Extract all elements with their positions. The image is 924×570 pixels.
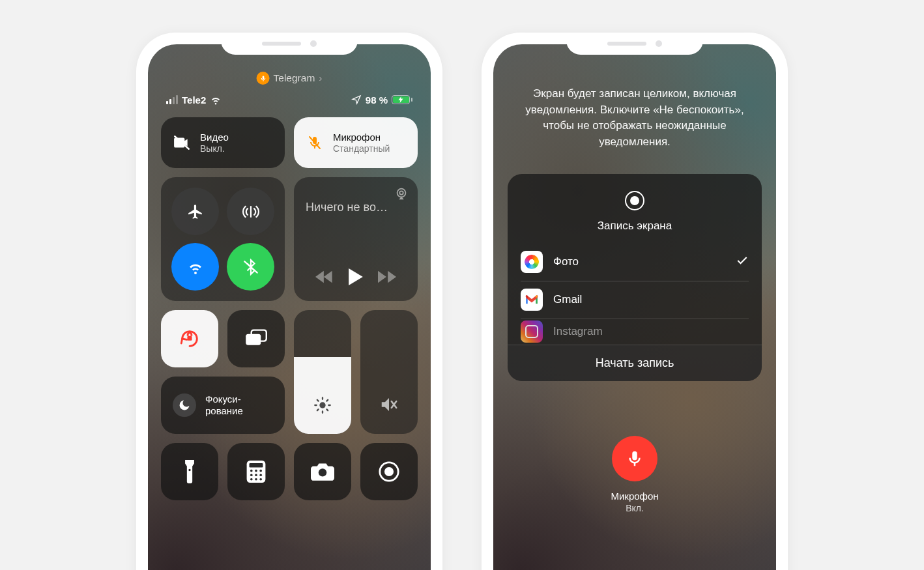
orientation-lock-button[interactable] <box>161 310 218 367</box>
screen-record-button[interactable] <box>360 443 418 500</box>
record-item-gmail[interactable]: Gmail <box>521 281 749 319</box>
screen-control-center: Telegram › Tele2 98 % <box>148 44 431 570</box>
airplane-mode-button[interactable] <box>171 188 219 235</box>
mic-toggle-label: Микрофон <box>493 491 776 502</box>
record-item-label: Instagram <box>553 325 749 338</box>
record-item-label: Фото <box>553 255 725 268</box>
screen-mirroring-button[interactable] <box>227 310 285 367</box>
video-tile[interactable]: Видео Выкл. <box>161 117 285 168</box>
mic-toggle-state: Вкл. <box>493 503 776 513</box>
video-title: Видео <box>200 132 229 143</box>
cellular-signal-icon <box>166 95 178 104</box>
svg-point-1 <box>399 191 403 195</box>
wifi-button[interactable] <box>171 243 219 291</box>
play-button[interactable] <box>348 268 364 288</box>
chevron-right-icon: › <box>319 72 322 84</box>
microphone-indicator-icon <box>257 72 270 85</box>
svg-point-17 <box>319 468 326 476</box>
svg-point-10 <box>259 470 262 472</box>
record-item-instagram[interactable]: Instagram <box>521 319 749 345</box>
airplay-icon[interactable] <box>394 186 409 203</box>
record-item-photos[interactable]: Фото <box>521 243 749 281</box>
app-using-mic-pill[interactable]: Telegram › <box>257 72 323 85</box>
instagram-app-icon <box>521 321 543 343</box>
brightness-icon <box>313 396 332 417</box>
microphone-tile[interactable]: Микрофон Стандартный <box>294 117 418 168</box>
svg-point-9 <box>255 470 257 472</box>
bluetooth-button[interactable] <box>227 243 274 291</box>
rewind-button[interactable] <box>315 270 334 287</box>
svg-point-5 <box>319 402 325 408</box>
wifi-status-icon <box>210 94 222 106</box>
notch <box>221 33 358 55</box>
phone-right: Экран будет записан целиком, включая уве… <box>482 33 788 570</box>
carrier-label: Tele2 <box>182 94 206 106</box>
battery-icon <box>392 95 412 104</box>
microphone-icon <box>306 134 324 152</box>
location-icon <box>351 94 362 105</box>
start-recording-button[interactable]: Начать запись <box>508 345 762 381</box>
cellular-data-button[interactable] <box>227 188 274 235</box>
volume-slider[interactable] <box>360 310 418 434</box>
screen-record-sheet: Экран будет записан целиком, включая уве… <box>493 44 776 570</box>
app-using-mic-label: Telegram <box>274 72 315 84</box>
svg-point-13 <box>259 474 262 476</box>
svg-point-19 <box>384 467 394 476</box>
video-subtitle: Выкл. <box>200 143 229 154</box>
record-item-label: Gmail <box>553 293 749 306</box>
focus-label-1: Фокуси- <box>205 393 243 405</box>
notch <box>566 33 703 55</box>
microphone-toggle-button[interactable] <box>612 436 657 481</box>
photos-app-icon <box>521 251 543 273</box>
battery-percent: 98 % <box>366 94 388 106</box>
record-destination-list: Фото Gmail Instagram <box>508 243 762 345</box>
camera-button[interactable] <box>294 443 351 500</box>
svg-point-15 <box>255 478 257 481</box>
svg-point-14 <box>250 478 253 481</box>
record-icon <box>625 191 644 210</box>
svg-point-8 <box>250 470 253 472</box>
now-playing-title: Ничего не во… <box>306 189 406 214</box>
recording-notice: Экран будет записан целиком, включая уве… <box>493 44 776 150</box>
svg-point-12 <box>255 474 257 476</box>
video-off-icon <box>173 134 191 152</box>
svg-rect-2 <box>187 336 192 341</box>
svg-rect-3 <box>246 334 261 345</box>
mic-subtitle: Стандартный <box>333 143 390 154</box>
mic-title: Микрофон <box>333 132 390 143</box>
brightness-slider[interactable] <box>294 310 351 434</box>
svg-point-16 <box>259 478 262 481</box>
flashlight-button[interactable] <box>161 443 218 500</box>
focus-tile[interactable]: Фокуси- рование <box>161 377 285 434</box>
calculator-button[interactable] <box>227 443 285 500</box>
record-card: Запись экрана Фото Gmail Instagram <box>508 174 762 381</box>
forward-button[interactable] <box>378 270 396 287</box>
record-card-title: Запись экрана <box>598 220 672 233</box>
moon-icon <box>173 393 196 417</box>
connectivity-tile <box>161 177 285 301</box>
phone-left: Telegram › Tele2 98 % <box>136 33 442 570</box>
volume-mute-icon <box>379 395 399 417</box>
focus-label-2: рование <box>205 405 243 417</box>
start-recording-label: Начать запись <box>596 356 674 370</box>
svg-point-0 <box>397 189 406 197</box>
svg-point-11 <box>250 474 253 476</box>
svg-rect-7 <box>250 463 263 468</box>
checkmark-icon <box>736 254 749 270</box>
gmail-app-icon <box>521 289 543 311</box>
media-tile[interactable]: Ничего не во… <box>294 177 418 301</box>
